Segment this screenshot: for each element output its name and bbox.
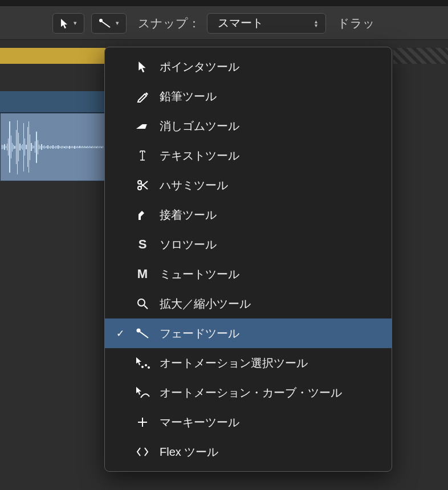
cycle-region[interactable] [0,48,105,64]
chevron-down-icon: ▾ [74,19,77,27]
menu-item-label: 接着ツール [160,207,381,223]
svg-point-12 [148,366,150,369]
mute-icon: M [135,266,150,282]
zoom-icon [135,296,150,312]
text-icon [135,148,150,164]
fade-icon [135,325,150,341]
menu-item-label: テキストツール [160,148,381,164]
snap-label: スナップ： [138,15,200,31]
snap-value: スマート [218,15,263,31]
svg-line-9 [140,332,148,338]
pencil-icon [135,88,150,104]
fade-icon [99,18,111,28]
secondary-tool-selector[interactable]: ▾ [91,13,127,34]
menu-item-flex[interactable]: Flex ツール [105,437,392,467]
marquee-icon [135,414,150,430]
menu-item-marquee[interactable]: マーキーツール [105,407,392,437]
menu-item-pointer[interactable]: ポインタツール [105,52,392,81]
flex-icon [135,444,150,460]
app-top-bar [0,0,448,7]
tool-dropdown-menu: ポインタツール鉛筆ツール消しゴムツールテキストツールハサミツール接着ツールSソロ… [104,47,392,472]
menu-item-label: フェードツール [160,326,381,341]
menu-item-auto-curve[interactable]: オートメーション・カーブ・ツール [105,378,392,407]
pointer-icon [135,59,150,75]
menu-item-label: 拡大／縮小ツール [160,296,381,312]
menu-item-pencil[interactable]: 鉛筆ツール [105,81,392,111]
menu-item-label: オートメーション選択ツール [160,356,381,371]
end-hatch [393,48,448,64]
svg-point-10 [141,366,144,368]
svg-point-11 [145,364,147,366]
svg-line-1 [102,22,110,27]
checkmark-icon: ✓ [115,328,125,340]
audio-region[interactable] [0,113,105,181]
drag-label: ドラッ [337,15,375,31]
stepper-icon: ▴▾ [315,19,317,27]
region-header[interactable] [0,91,105,113]
auto-select-icon [135,355,150,371]
menu-item-label: オートメーション・カーブ・ツール [160,385,381,401]
menu-item-scissors[interactable]: ハサミツール [105,170,392,200]
scissors-icon [135,177,150,193]
menu-item-label: マーキーツール [160,415,381,430]
menu-item-text[interactable]: テキストツール [105,141,392,170]
menu-item-fade[interactable]: ✓フェードツール [105,318,392,348]
solo-icon: S [135,236,150,252]
menu-item-label: 消しゴムツール [160,119,381,134]
svg-point-6 [138,299,145,306]
chevron-down-icon: ▾ [116,19,119,27]
auto-curve-icon [135,385,150,401]
svg-line-7 [144,305,148,309]
menu-item-label: ハサミツール [160,178,381,193]
waveform [1,113,104,181]
editor-toolbar: ▾ ▾ スナップ： スマート ▴▾ ドラッ [0,7,448,40]
menu-item-mute[interactable]: Mミュートツール [105,259,392,289]
menu-item-solo[interactable]: Sソロツール [105,230,392,259]
menu-item-label: Flex ツール [160,444,381,460]
menu-item-label: ポインタツール [160,59,381,75]
snap-select[interactable]: スマート ▴▾ [207,13,326,34]
menu-item-auto-select[interactable]: オートメーション選択ツール [105,348,392,378]
eraser-icon [135,118,150,134]
menu-item-eraser[interactable]: 消しゴムツール [105,111,392,141]
menu-item-zoom[interactable]: 拡大／縮小ツール [105,289,392,318]
menu-item-glue[interactable]: 接着ツール [105,200,392,230]
menu-item-label: ソロツール [160,237,381,252]
menu-item-label: 鉛筆ツール [160,89,381,104]
glue-icon [135,207,150,223]
primary-tool-selector[interactable]: ▾ [52,13,84,34]
pointer-icon [60,18,69,28]
menu-item-label: ミュートツール [160,267,381,282]
